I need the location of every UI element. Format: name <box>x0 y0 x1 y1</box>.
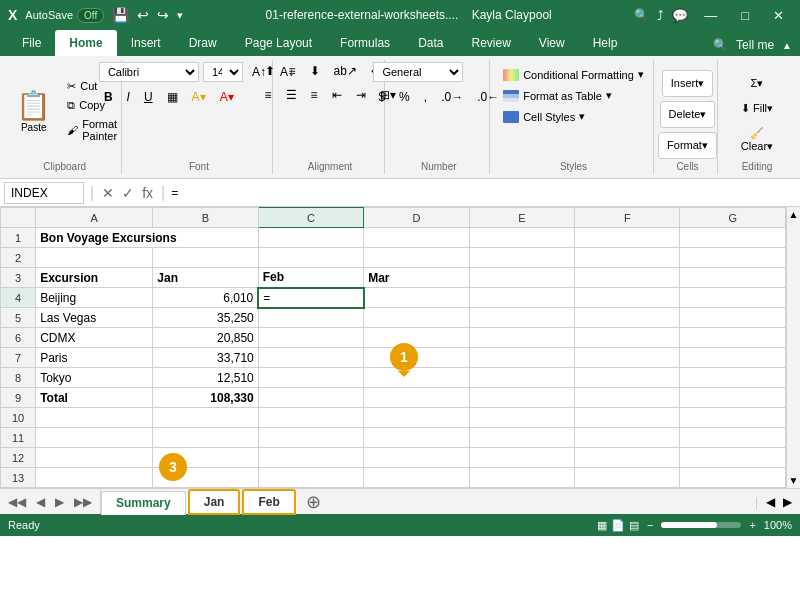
col-header-b[interactable]: B <box>153 208 258 228</box>
cell-d3[interactable]: Mar <box>364 268 469 288</box>
cell-c6[interactable] <box>258 328 363 348</box>
tab-insert[interactable]: Insert <box>117 30 175 56</box>
delete-cells-button[interactable]: Delete▾ <box>660 101 716 128</box>
cell-a13[interactable] <box>36 468 153 488</box>
cell-f6[interactable] <box>575 328 680 348</box>
format-cells-button[interactable]: Format▾ <box>658 132 717 159</box>
cell-f10[interactable] <box>575 408 680 428</box>
cell-g8[interactable] <box>680 368 786 388</box>
insert-cells-button[interactable]: Insert▾ <box>662 70 714 97</box>
cell-e2[interactable] <box>469 248 574 268</box>
cell-d8[interactable] <box>364 368 469 388</box>
autosave-toggle[interactable]: Off <box>77 8 104 23</box>
font-family-select[interactable]: Calibri <box>99 62 199 82</box>
cell-c1[interactable] <box>258 228 363 248</box>
zoom-minus-btn[interactable]: − <box>647 519 653 531</box>
dec-increase-button[interactable]: .0→ <box>436 88 468 106</box>
autosum-button[interactable]: Σ▾ <box>743 73 772 94</box>
cell-g2[interactable] <box>680 248 786 268</box>
cell-styles-button[interactable]: Cell Styles ▾ <box>497 108 591 125</box>
conditional-formatting-button[interactable]: Conditional Formatting ▾ <box>497 66 650 83</box>
close-btn[interactable]: ✕ <box>765 8 792 23</box>
cell-a2[interactable] <box>36 248 153 268</box>
cell-e12[interactable] <box>469 448 574 468</box>
comments-icon[interactable]: 💬 <box>672 8 688 23</box>
cell-d6[interactable] <box>364 328 469 348</box>
orientation-button[interactable]: ab↗ <box>329 62 362 80</box>
cell-b2[interactable] <box>153 248 258 268</box>
percent-button[interactable]: % <box>394 88 415 106</box>
cell-a3[interactable]: Excursion <box>36 268 153 288</box>
vertical-scrollbar[interactable]: ▲ ▼ <box>786 207 800 488</box>
cell-g7[interactable] <box>680 348 786 368</box>
cell-a8[interactable]: Tokyo <box>36 368 153 388</box>
bold-button[interactable]: B <box>99 88 118 106</box>
align-right-button[interactable]: ≡ <box>306 86 323 104</box>
cell-g3[interactable] <box>680 268 786 288</box>
col-header-e[interactable]: E <box>469 208 574 228</box>
cell-a12[interactable] <box>36 448 153 468</box>
col-header-c[interactable]: C <box>258 208 363 228</box>
cell-c8[interactable] <box>258 368 363 388</box>
tab-review[interactable]: Review <box>457 30 524 56</box>
cell-c10[interactable] <box>258 408 363 428</box>
cell-e1[interactable] <box>469 228 574 248</box>
formula-input[interactable] <box>167 184 800 202</box>
clear-button[interactable]: 🧹 Clear▾ <box>730 123 784 157</box>
cell-g5[interactable] <box>680 308 786 328</box>
maximize-btn[interactable]: □ <box>733 8 757 23</box>
cell-e7[interactable] <box>469 348 574 368</box>
cell-e10[interactable] <box>469 408 574 428</box>
format-as-table-button[interactable]: Format as Table ▾ <box>497 87 618 104</box>
ribbon-collapse-icon[interactable]: ▲ <box>782 40 792 51</box>
col-header-a[interactable]: A <box>36 208 153 228</box>
col-header-f[interactable]: F <box>575 208 680 228</box>
align-center-button[interactable]: ☰ <box>281 86 302 104</box>
search-ribbon-icon[interactable]: 🔍 <box>713 38 728 52</box>
comma-button[interactable]: , <box>419 88 432 106</box>
cell-e13[interactable] <box>469 468 574 488</box>
cell-f5[interactable] <box>575 308 680 328</box>
cell-d9[interactable] <box>364 388 469 408</box>
cell-d5[interactable] <box>364 308 469 328</box>
cell-b9[interactable]: 108,330 <box>153 388 258 408</box>
cell-g11[interactable] <box>680 428 786 448</box>
cell-g10[interactable] <box>680 408 786 428</box>
cell-f12[interactable] <box>575 448 680 468</box>
cell-g9[interactable] <box>680 388 786 408</box>
cell-d1[interactable] <box>364 228 469 248</box>
page-layout-view-btn[interactable]: 📄 <box>611 519 625 532</box>
cell-b3[interactable]: Jan <box>153 268 258 288</box>
cell-g13[interactable] <box>680 468 786 488</box>
tab-page-layout[interactable]: Page Layout <box>231 30 326 56</box>
fill-button[interactable]: ⬇ Fill▾ <box>733 98 781 119</box>
cancel-formula-btn[interactable]: ✕ <box>100 183 116 203</box>
cell-d11[interactable] <box>364 428 469 448</box>
cell-a7[interactable]: Paris <box>36 348 153 368</box>
tab-draw[interactable]: Draw <box>175 30 231 56</box>
cell-e6[interactable] <box>469 328 574 348</box>
cell-f3[interactable] <box>575 268 680 288</box>
cell-e5[interactable] <box>469 308 574 328</box>
cell-e8[interactable] <box>469 368 574 388</box>
insert-function-btn[interactable]: fx <box>140 183 155 203</box>
cell-f13[interactable] <box>575 468 680 488</box>
indent-inc-button[interactable]: ⇥ <box>351 86 371 104</box>
sheet-scroll-next-btn[interactable]: ▶ <box>51 493 68 511</box>
align-left-button[interactable]: ≡ <box>260 86 277 104</box>
cell-c5[interactable] <box>258 308 363 328</box>
scroll-right-icon[interactable]: ▶ <box>783 495 792 509</box>
cell-b4[interactable]: 6,010 <box>153 288 258 308</box>
cell-e3[interactable] <box>469 268 574 288</box>
save-icon[interactable]: 💾 <box>112 7 129 23</box>
tab-help[interactable]: Help <box>579 30 632 56</box>
cell-b7[interactable]: 33,710 <box>153 348 258 368</box>
cell-a11[interactable] <box>36 428 153 448</box>
sheet-scroll-prev-btn[interactable]: ◀ <box>32 493 49 511</box>
border-button[interactable]: ▦ <box>162 88 183 106</box>
cell-c11[interactable] <box>258 428 363 448</box>
cell-a1[interactable]: Bon Voyage Excursions <box>36 228 259 248</box>
cell-a9[interactable]: Total <box>36 388 153 408</box>
cell-f1[interactable] <box>575 228 680 248</box>
redo-btn[interactable]: ↪ <box>157 7 169 23</box>
